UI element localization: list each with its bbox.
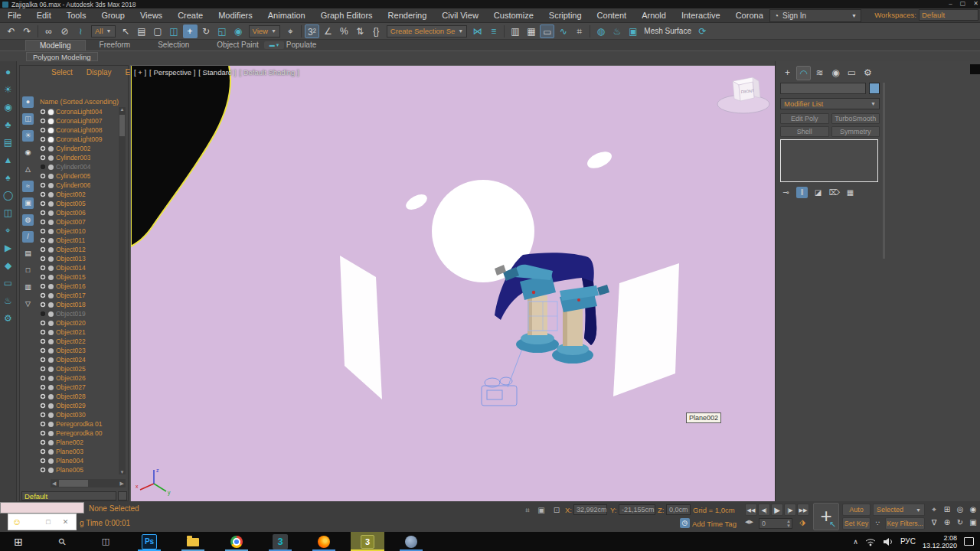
list-item[interactable]: Object021 [40,328,116,337]
hidden-icons-button[interactable]: ∧ [853,538,858,546]
explorer-menu-display[interactable]: Display [80,68,119,77]
pov-viewport-menu[interactable]: [ Perspective ] [149,68,195,77]
trees-icon[interactable]: ♣ [2,118,15,132]
menu-edit[interactable]: Edit [29,8,59,23]
tab-freeform[interactable]: Freeform [86,40,145,51]
list-item[interactable]: Peregorodka 00 [40,429,116,438]
visibility-eye-icon[interactable] [40,421,46,427]
add-time-tag[interactable]: Add Time Tag [692,520,737,528]
visibility-eye-icon[interactable] [40,366,46,372]
list-item[interactable]: Object014 [40,263,116,272]
standard-menu[interactable]: [ Standard ] [198,68,236,77]
polygon-modeling-panel[interactable]: Polygon Modeling [26,52,98,61]
layer-options-button[interactable] [118,491,127,500]
absolute-mode-icon[interactable]: ⊡ [551,505,562,516]
percent-snap-icon[interactable]: % [337,24,351,38]
zoom-extents-all-icon[interactable]: ◉ [967,504,979,516]
firefox-app[interactable] [307,532,341,551]
list-item[interactable]: CoronaLight008 [40,126,116,135]
speaker-icon[interactable] [883,537,893,546]
name-column-header[interactable]: Name (Sorted Ascending) [40,98,126,106]
zoom-all-icon[interactable]: ⊞ [941,504,953,516]
list-item[interactable]: Object023 [40,346,116,355]
wifi-icon[interactable] [865,537,876,546]
utilities-tab[interactable]: ⚙ [861,66,875,80]
maximize-button[interactable]: ▢ [960,0,966,7]
select-and-place-icon[interactable]: ◉ [231,24,246,38]
list-item[interactable]: Object002 [40,190,116,199]
menu-views[interactable]: Views [132,8,170,23]
modifier-button-turbosmooth[interactable]: TurboSmooth [831,113,880,124]
rendered-frame-window-icon[interactable]: ▣ [626,24,640,38]
shading-viewport-menu[interactable]: [ Default Shading ] [239,68,299,77]
select-and-rotate-icon[interactable]: ↻ [199,24,214,38]
mountain-icon[interactable]: ▲ [2,153,15,167]
angle-snap-icon[interactable]: ∠ [321,24,335,38]
curve-editor-icon[interactable]: ∿ [556,24,570,38]
video-camera-icon[interactable]: ◆ [2,259,15,272]
modifier-stack[interactable] [780,139,878,182]
action-center-icon[interactable] [964,537,974,546]
auto-key-button[interactable]: Auto Key [842,504,871,516]
list-item[interactable]: Object028 [40,392,116,401]
display-bones-icon[interactable]: ▣ [22,197,34,209]
display-spacewarps-icon[interactable]: ≈ [22,181,34,192]
visibility-eye-icon[interactable] [40,246,46,253]
restore-button[interactable]: □ [46,518,50,526]
visibility-eye-icon[interactable] [40,136,46,142]
show-end-result-icon[interactable]: ‖ [796,187,808,198]
visibility-eye-icon[interactable] [40,329,46,335]
visibility-eye-icon[interactable] [40,219,46,225]
list-item[interactable]: Cylinder006 [40,181,116,190]
display-geometry-icon[interactable]: ● [22,96,34,108]
edit-cell-icon[interactable]: / [22,231,34,243]
list-item[interactable]: Object019 [40,309,116,318]
visibility-eye-icon[interactable] [40,265,46,271]
menu-modifiers[interactable]: Modifiers [211,8,260,23]
align-icon[interactable]: ≡ [486,24,501,38]
rectangular-selection-region-icon[interactable]: ▢ [151,24,165,38]
y-coordinate-field[interactable]: -21,155cm [619,504,655,515]
list-item[interactable]: Cylinder002 [40,144,116,153]
select-and-link-icon[interactable]: ∞ [41,24,56,38]
explorer-menu-select[interactable]: Select [44,68,80,77]
minimize-button[interactable]: – [949,0,952,7]
list-item[interactable]: Object007 [40,217,116,227]
tab-modeling[interactable]: Modeling [25,40,86,51]
spinner-snap-icon[interactable]: ⇅ [353,24,368,38]
undo-icon[interactable]: ↶ [4,24,18,38]
list-item[interactable]: Cylinder005 [40,171,116,181]
list-item[interactable]: Object022 [40,337,116,346]
popup-close-button[interactable]: ✕ [63,518,69,526]
mini-popup-window[interactable]: ☺ □ ✕ [8,514,77,530]
list-item[interactable]: Object006 [40,208,116,217]
current-frame-field[interactable]: 0 ▲▼ [759,518,792,529]
target-icon[interactable]: ⌖ [2,223,15,237]
visibility-eye-icon[interactable] [40,164,46,170]
configure-modifier-sets-icon[interactable]: ▦ [844,187,856,198]
modifier-button-edit-poly[interactable]: Edit Poly [780,113,829,124]
list-item[interactable]: Object026 [40,373,116,383]
tree-icon[interactable]: ♠ [2,171,15,184]
visibility-eye-icon[interactable] [40,283,46,289]
visibility-eye-icon[interactable] [40,384,46,390]
visibility-eye-icon[interactable] [40,145,46,152]
menu-scripting[interactable]: Scripting [541,8,590,23]
list-item[interactable]: Object005 [40,199,116,208]
list-item[interactable]: Object012 [40,245,116,254]
display-tab[interactable]: ▭ [844,66,859,80]
next-frame-button[interactable]: |▶ [784,504,796,516]
general-viewport-menu[interactable]: [ + ] [134,68,146,77]
visibility-eye-icon[interactable] [40,458,46,464]
3dsmax-active-app[interactable]: 3 [351,532,384,551]
menu-animation[interactable]: Animation [260,8,313,23]
search-button[interactable]: ⚲ [45,532,79,551]
display-cameras-icon[interactable]: ◉ [22,147,34,158]
spinner-icon[interactable]: ▲▼ [786,519,791,528]
list-item[interactable]: Object024 [40,355,116,364]
scrollbar-thumb[interactable] [119,115,125,136]
camera-icon[interactable]: ◉ [2,100,15,114]
list-view-icon[interactable]: ▤ [22,248,34,259]
frozen-filter-icon[interactable]: ▥ [22,282,34,293]
display-materials-icon[interactable]: ◍ [22,214,34,226]
